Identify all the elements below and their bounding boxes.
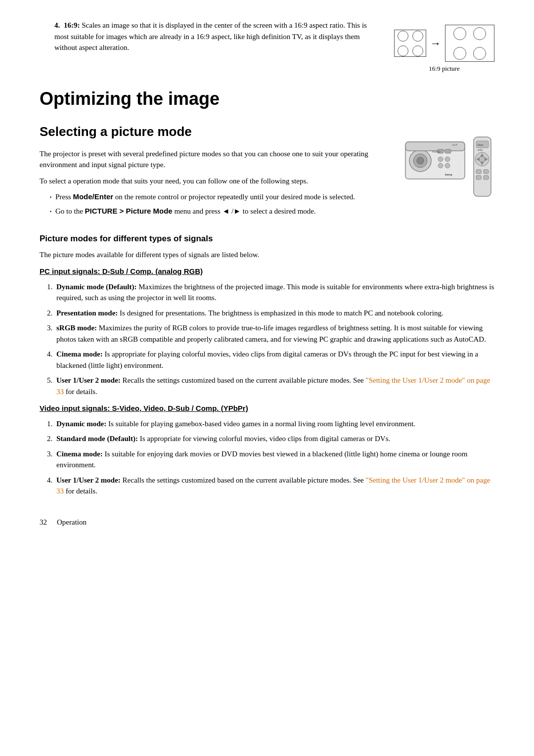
selecting-text: Selecting a picture mode The projector i…: [40, 122, 381, 223]
svg-point-8: [445, 157, 450, 162]
svg-point-9: [438, 163, 443, 168]
bullet-item-2: Go to the PICTURE > Picture Mode menu an…: [49, 206, 381, 217]
pc-item1-bold: Dynamic mode (Default):: [56, 283, 136, 291]
bullet-list: Press Mode/Enter on the remote control o…: [40, 191, 381, 217]
bullet-item-1: Press Mode/Enter on the remote control o…: [49, 191, 381, 203]
intro-item-num: 4.: [54, 21, 60, 29]
bullet2-text2: menu and press ◄ /► to select a desired …: [173, 207, 316, 215]
svg-point-7: [438, 157, 443, 162]
intro-section: 4. 16:9: Scales an image so that it is d…: [40, 20, 494, 74]
diagram-right-circles: [449, 23, 490, 64]
intro-item-bold: 16:9:: [64, 21, 80, 29]
footer-page: 32: [40, 517, 47, 528]
circle2-tl: [453, 27, 466, 40]
selecting-desc2: To select a operation mode that suits yo…: [40, 176, 381, 187]
bullet1-prefix: Press: [55, 193, 73, 201]
sub-heading: Selecting a picture mode: [40, 122, 381, 141]
pc-item-5: User 1/User 2 mode: Recalls the settings…: [54, 375, 494, 397]
circle-tr: [412, 31, 423, 42]
pc-item-3: sRGB mode: Maximizes the purity of RGB c…: [54, 322, 494, 345]
selecting-desc1: The projector is preset with several pre…: [40, 148, 381, 171]
svg-point-17: [479, 156, 485, 162]
projector-image: DLP POWER benq Mode enter: [396, 127, 494, 223]
pc-item4-bold: Cinema mode:: [56, 350, 103, 358]
circle2-tr: [473, 27, 486, 40]
bullet2-bold1: PICTURE > Picture Mode: [85, 207, 173, 215]
video-item-2: Standard mode (Default): Is appropriate …: [54, 433, 494, 445]
video-item3-bold: Cinema mode:: [56, 450, 103, 458]
projector-svg: DLP POWER benq Mode enter: [396, 127, 494, 201]
image-16-9-wrapper: → 16:9 picture: [394, 25, 494, 74]
video-item4-bold: User 1/User 2 mode:: [56, 476, 121, 484]
circle-br: [412, 45, 423, 56]
svg-rect-25: [484, 170, 489, 174]
video-item4-link[interactable]: "Setting the User 1/User 2 mode" on page…: [56, 476, 490, 495]
svg-text:POWER: POWER: [432, 151, 441, 153]
video-item-4: User 1/User 2 mode: Recalls the settings…: [54, 475, 494, 497]
pc-items-list: Dynamic mode (Default): Maximizes the br…: [40, 281, 494, 398]
svg-rect-26: [476, 176, 481, 179]
selecting-section: Selecting a picture mode The projector i…: [40, 122, 494, 223]
bullet1-bold: Mode/Enter: [73, 192, 113, 201]
pc-item5-link[interactable]: "Setting the User 1/User 2 mode" on page…: [56, 376, 490, 396]
diagram-right: [445, 25, 494, 62]
svg-point-3: [417, 157, 424, 164]
video-item-3: Cinema mode: Is suitable for enjoying da…: [54, 448, 494, 471]
svg-text:benq: benq: [445, 173, 452, 176]
diagram-pair: →: [394, 25, 494, 62]
pc-item5-bold: User 1/User 2 mode:: [56, 376, 121, 384]
arrow-icon: →: [430, 35, 441, 51]
svg-rect-24: [476, 170, 481, 174]
svg-text:enter: enter: [478, 149, 483, 151]
video-item-1: Dynamic mode: Is suitable for playing ga…: [54, 418, 494, 430]
pc-item2-bold: Presentation mode:: [56, 309, 118, 317]
svg-rect-27: [484, 176, 489, 179]
pc-item-2: Presentation mode: Is designed for prese…: [54, 308, 494, 319]
svg-text:DLP: DLP: [452, 143, 457, 146]
circle-bl: [398, 45, 408, 56]
main-heading: Optimizing the image: [40, 86, 494, 112]
footer-section: Operation: [57, 517, 87, 528]
intro-item-4: 4. 16:9: Scales an image so that it is d…: [40, 20, 379, 53]
bullet2-text1: Go to the: [55, 207, 85, 215]
pc-item-4: Cinema mode: Is appropriate for playing …: [54, 349, 494, 371]
circle2-bl: [453, 47, 466, 60]
circle-tl: [398, 31, 408, 42]
picture-modes-desc: The picture modes available for differen…: [40, 249, 494, 261]
svg-point-10: [445, 163, 450, 168]
picture-modes-heading: Picture modes for different types of sig…: [40, 232, 494, 245]
footer: 32 Operation: [40, 512, 494, 528]
video-signals-heading: Video input signals: S-Video, Video, D-S…: [40, 403, 494, 414]
diagram-label: 16:9 picture: [429, 64, 459, 74]
svg-text:Mode: Mode: [478, 144, 484, 146]
circle2-br: [473, 47, 486, 60]
pc-item-1: Dynamic mode (Default): Maximizes the br…: [54, 281, 494, 304]
intro-item-text: Scales an image so that it is displayed …: [54, 21, 367, 51]
intro-text: 4. 16:9: Scales an image so that it is d…: [40, 20, 379, 61]
diagram-left: [394, 30, 426, 57]
video-items-list: Dynamic mode: Is suitable for playing ga…: [40, 418, 494, 497]
pc-item3-bold: sRGB mode:: [56, 324, 97, 332]
pc-signals-heading: PC input signals: D-Sub / Comp. (analog …: [40, 266, 494, 277]
bullet1-text: on the remote control or projector repea…: [113, 193, 355, 201]
video-item2-bold: Standard mode (Default):: [56, 435, 138, 443]
svg-rect-6: [445, 149, 451, 153]
video-item1-bold: Dynamic mode:: [56, 420, 106, 428]
diagram-left-circles: [395, 28, 426, 59]
